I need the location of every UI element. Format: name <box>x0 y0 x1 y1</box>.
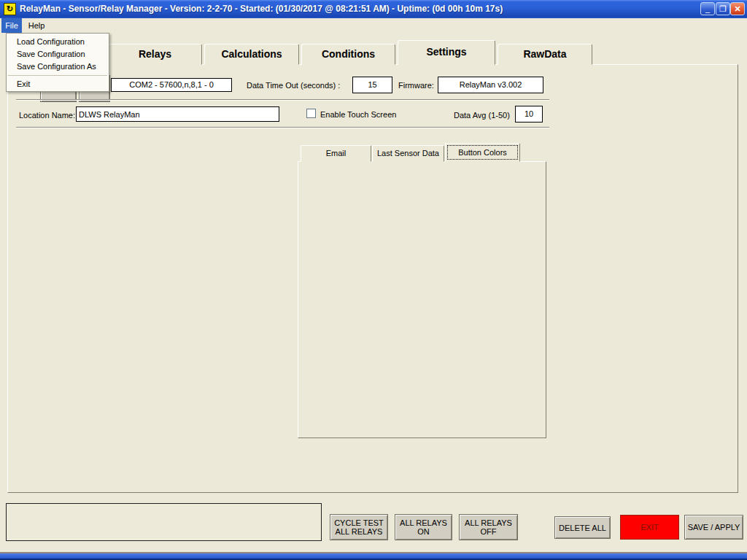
firmware-label: Firmware: <box>398 81 434 90</box>
all-relays-off-button[interactable]: ALL RELAYS OFF <box>459 514 518 540</box>
firmware-field: RelayMan v3.002 <box>438 77 543 93</box>
all-relays-on-button[interactable]: ALL RELAYS ON <box>395 514 452 540</box>
taskbar-strip <box>0 553 747 559</box>
audit-tab-last-sensor-data[interactable]: Last Sensor Data <box>372 145 444 162</box>
title-bar: ↻ RelayMan - Sensor/Relay Manager - Vers… <box>0 0 747 18</box>
minimize-button[interactable]: _ <box>700 2 715 15</box>
separator-mid <box>16 127 549 128</box>
status-textbox[interactable] <box>6 503 322 541</box>
menu-item-save-configuration-as[interactable]: Save Configuration As <box>7 61 109 73</box>
menu-help[interactable]: Help <box>25 18 48 33</box>
window-title: RelayMan - Sensor/Relay Manager - Versio… <box>20 0 503 18</box>
menu-item-save-configuration[interactable]: Save Configuration <box>7 48 109 61</box>
menu-separator <box>8 75 107 76</box>
restore-button[interactable]: ❐ <box>716 2 730 15</box>
menu-item-exit[interactable]: Exit <box>7 78 109 90</box>
menu-bar: File Help <box>0 18 747 33</box>
location-name-label: Location Name: <box>19 111 75 120</box>
exit-button[interactable]: EXIT <box>620 515 679 540</box>
delete-all-button[interactable]: DELETE ALL <box>554 516 611 539</box>
app-icon: ↻ <box>4 3 16 15</box>
file-dropdown-menu: Load Configuration Save Configuration Sa… <box>6 33 109 92</box>
separator-top <box>16 99 549 101</box>
location-name-input[interactable] <box>76 106 279 122</box>
enable-touch-screen-checkbox[interactable] <box>306 109 316 118</box>
menu-file[interactable]: File <box>1 18 22 33</box>
cycle-test-all-relays-button[interactable]: CYCLE TEST ALL RELAYS <box>330 514 388 540</box>
data-timeout-field[interactable]: 15 <box>352 77 392 93</box>
audit-tab-button-colors[interactable]: Button Colors <box>445 143 520 162</box>
enable-touch-screen-label: Enable Touch Screen <box>320 110 396 119</box>
tab-rawdata[interactable]: RawData <box>498 44 592 65</box>
app-window: ↻ RelayMan - Sensor/Relay Manager - Vers… <box>0 0 747 560</box>
tab-relays[interactable]: Relays <box>108 44 202 65</box>
menu-item-load-configuration[interactable]: Load Configuration <box>7 36 109 48</box>
save-apply-button[interactable]: SAVE / APPLY <box>684 515 743 540</box>
tab-settings[interactable]: Settings <box>398 40 495 65</box>
com-port-field[interactable]: COM2 - 57600,n,8,1 - 0 <box>111 78 232 92</box>
tab-calculations[interactable]: Calculations <box>204 44 299 65</box>
button-colors-tab-page <box>298 161 546 438</box>
data-avg-label: Data Avg (1-50) <box>454 111 510 120</box>
audit-tab-email[interactable]: Email <box>301 145 371 162</box>
data-avg-field[interactable]: 10 <box>515 106 543 122</box>
close-button[interactable]: ✕ <box>730 2 745 15</box>
tab-conditions[interactable]: Conditions <box>301 44 395 65</box>
data-timeout-label: Data Time Out (seconds) : <box>247 81 340 90</box>
